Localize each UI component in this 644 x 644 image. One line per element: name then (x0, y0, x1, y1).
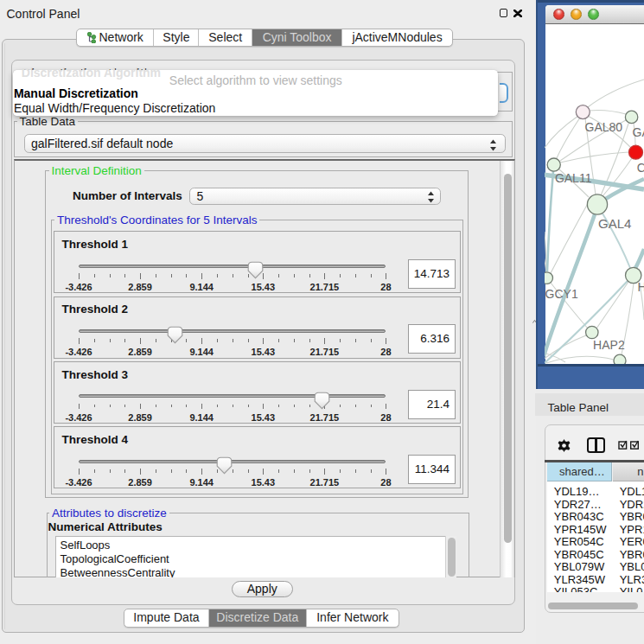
svg-text:GCY1: GCY1 (545, 287, 578, 301)
svg-text:CC: CC (637, 161, 644, 175)
svg-text:GAL80: GAL80 (585, 120, 623, 134)
svg-text:GAL11: GAL11 (555, 171, 592, 185)
svg-text:GA: GA (633, 125, 644, 139)
svg-text:HAP2: HAP2 (593, 338, 625, 352)
svg-text:GAL4: GAL4 (598, 216, 631, 231)
svg-text:H: H (637, 280, 644, 294)
